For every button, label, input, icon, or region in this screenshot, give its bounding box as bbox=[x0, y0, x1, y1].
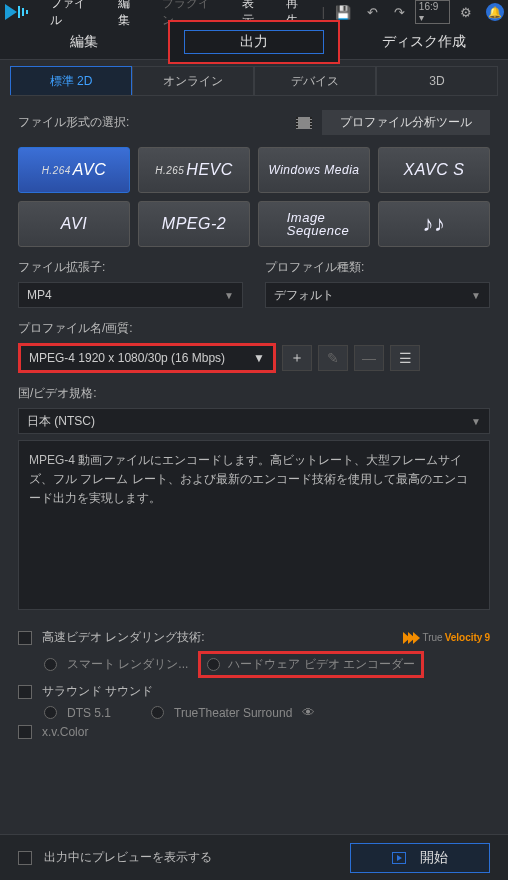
profile-type-label: プロファイル種類: bbox=[265, 259, 490, 276]
tab-output[interactable]: 出力 bbox=[168, 20, 340, 64]
extension-select[interactable]: MP4▼ bbox=[18, 282, 243, 308]
chevron-down-icon: ▼ bbox=[471, 290, 481, 301]
options-section: 高速ビデオ レンダリング技術: TrueVelocity9 スマート レンダリン… bbox=[18, 624, 490, 744]
xvcolor-checkbox[interactable] bbox=[18, 725, 32, 739]
profile-name-label: プロファイル名/画質: bbox=[18, 321, 133, 335]
eye-icon[interactable]: 👁 bbox=[302, 705, 315, 720]
profile-name-select[interactable]: MPEG-4 1920 x 1080/30p (16 Mbps)▼ bbox=[18, 343, 276, 373]
dts-label: DTS 5.1 bbox=[67, 706, 111, 720]
svrt-label: スマート レンダリン... bbox=[67, 656, 188, 673]
footer-bar: 出力中にプレビューを表示する 開始 bbox=[0, 834, 508, 880]
truetheater-label: TrueTheater Surround bbox=[174, 706, 292, 720]
main-tabs: 編集 出力 ディスク作成 bbox=[0, 24, 508, 60]
preview-label: 出力中にプレビューを表示する bbox=[44, 849, 212, 866]
surround-label: サラウンド サウンド bbox=[42, 683, 153, 700]
aspect-ratio-selector[interactable]: 16:9 ▾ bbox=[415, 0, 450, 24]
hw-encoder-highlight: ハードウェア ビデオ エンコーダー bbox=[198, 651, 424, 678]
truetheater-radio[interactable] bbox=[151, 706, 164, 719]
app-logo bbox=[4, 3, 32, 21]
undo-icon[interactable]: ↶ bbox=[361, 3, 384, 22]
chevron-down-icon: ▼ bbox=[224, 290, 234, 301]
subtab-device[interactable]: デバイス bbox=[254, 66, 376, 95]
output-panel: ファイル形式の選択: プロファイル分析ツール H.264AVC H.265HEV… bbox=[0, 96, 508, 752]
format-xavc-s[interactable]: XAVC S bbox=[378, 147, 490, 193]
redo-icon[interactable]: ↷ bbox=[388, 3, 411, 22]
format-label: ファイル形式の選択: bbox=[18, 114, 129, 131]
svg-marker-0 bbox=[5, 4, 17, 20]
hw-encoder-radio[interactable] bbox=[207, 658, 220, 671]
notification-icon[interactable]: 🔔 bbox=[486, 3, 504, 21]
profile-analyzer-button[interactable]: プロファイル分析ツール bbox=[322, 110, 490, 135]
xvcolor-label: x.v.Color bbox=[42, 725, 88, 739]
svrt-radio[interactable] bbox=[44, 658, 57, 671]
profile-add-button[interactable]: ＋ bbox=[282, 345, 312, 371]
surround-checkbox[interactable] bbox=[18, 685, 32, 699]
play-icon bbox=[392, 852, 406, 864]
format-h265-hevc[interactable]: H.265HEVC bbox=[138, 147, 250, 193]
film-icon bbox=[296, 117, 312, 129]
chevron-down-icon: ▼ bbox=[471, 416, 481, 427]
chevron-down-icon: ▼ bbox=[253, 351, 265, 365]
subtab-3d[interactable]: 3D bbox=[376, 66, 498, 95]
profile-details-button[interactable]: ☰ bbox=[390, 345, 420, 371]
tab-disc[interactable]: ディスク作成 bbox=[340, 27, 508, 57]
format-mpeg2[interactable]: MPEG-2 bbox=[138, 201, 250, 247]
format-image-sequence[interactable]: ImageSequence bbox=[258, 201, 370, 247]
subtab-online[interactable]: オンライン bbox=[132, 66, 254, 95]
preview-checkbox[interactable] bbox=[18, 851, 32, 865]
output-sub-tabs: 標準 2D オンライン デバイス 3D bbox=[10, 66, 498, 96]
subtab-standard-2d[interactable]: 標準 2D bbox=[10, 66, 132, 95]
profile-delete-button[interactable]: — bbox=[354, 345, 384, 371]
region-label: 国/ビデオ規格: bbox=[18, 386, 97, 400]
format-audio[interactable]: ♪♪ bbox=[378, 201, 490, 247]
format-h264-avc[interactable]: H.264AVC bbox=[18, 147, 130, 193]
truevelocity-badge: TrueVelocity9 bbox=[405, 632, 490, 644]
fast-render-checkbox[interactable] bbox=[18, 631, 32, 645]
format-grid: H.264AVC H.265HEVC Windows Media XAVC S … bbox=[18, 147, 490, 247]
profile-edit-button[interactable]: ✎ bbox=[318, 345, 348, 371]
region-select[interactable]: 日本 (NTSC)▼ bbox=[18, 408, 490, 434]
format-windows-media[interactable]: Windows Media bbox=[258, 147, 370, 193]
svg-rect-3 bbox=[26, 10, 28, 14]
arrows-icon bbox=[405, 632, 420, 644]
extension-label: ファイル拡張子: bbox=[18, 259, 243, 276]
format-avi[interactable]: AVI bbox=[18, 201, 130, 247]
start-button[interactable]: 開始 bbox=[350, 843, 490, 873]
svg-rect-2 bbox=[22, 8, 24, 16]
hw-encoder-label: ハードウェア ビデオ エンコーダー bbox=[228, 656, 415, 673]
dts-radio[interactable] bbox=[44, 706, 57, 719]
svg-rect-1 bbox=[18, 6, 20, 18]
settings-icon[interactable]: ⚙ bbox=[454, 3, 478, 22]
tab-edit[interactable]: 編集 bbox=[0, 27, 168, 57]
profile-description: MPEG-4 動画ファイルにエンコードします。高ビットレート、大型フレームサイズ… bbox=[18, 440, 490, 610]
fast-render-label: 高速ビデオ レンダリング技術: bbox=[42, 629, 205, 646]
profile-type-select[interactable]: デフォルト▼ bbox=[265, 282, 490, 308]
